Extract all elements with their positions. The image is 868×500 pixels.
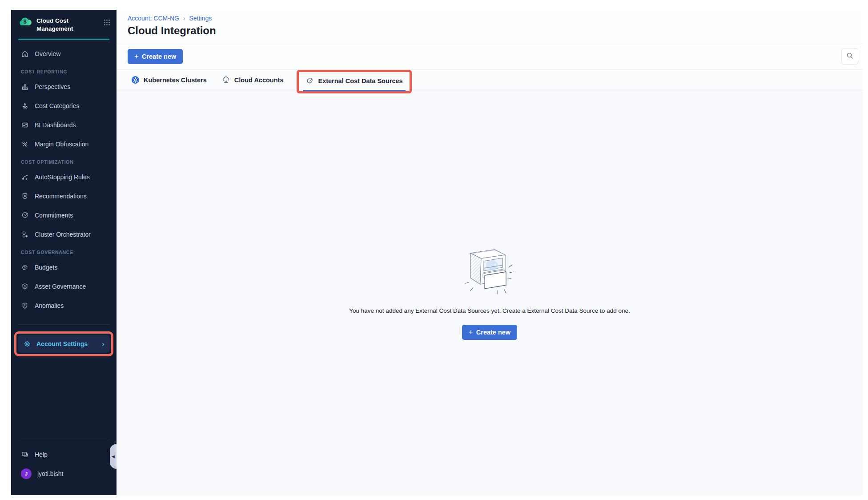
sidebar-collapse-handle[interactable]: ◀ (110, 444, 117, 469)
module-switcher-grid-icon[interactable] (104, 16, 110, 28)
page-header: Account: CCM-NG › Settings Cloud Integra… (117, 10, 863, 43)
search-icon (846, 52, 854, 61)
module-accent-divider (18, 39, 109, 40)
sidebar-item-budgets[interactable]: $ Budgets (16, 259, 111, 275)
dashboard-image-icon (21, 121, 29, 129)
shield-alert-icon (21, 302, 29, 310)
breadcrumb: Account: CCM-NG › Settings (128, 15, 852, 22)
sidebar-item-overview[interactable]: Overview (16, 46, 111, 62)
user-menu[interactable]: J jyoti.bisht (16, 466, 111, 482)
avatar: J (21, 468, 32, 479)
module-header: $ Cloud Cost Management (11, 10, 117, 32)
sidebar-item-label: BI Dashboards (35, 121, 76, 129)
tab-bar: Kubernetes Clusters Cloud Accounts (117, 70, 863, 90)
app-window: $ Cloud Cost Management (11, 10, 863, 495)
tab-kubernetes-clusters[interactable]: Kubernetes Clusters (129, 70, 209, 90)
main-content: Account: CCM-NG › Settings Cloud Integra… (117, 10, 863, 495)
tab-cloud-accounts[interactable]: Cloud Accounts (220, 70, 285, 90)
plus-icon: + (134, 52, 139, 60)
kubernetes-icon (131, 76, 140, 84)
sidebar: $ Cloud Cost Management (11, 10, 117, 495)
home-icon (21, 50, 29, 58)
sidebar-footer-divider (18, 441, 109, 441)
create-new-button[interactable]: + Create new (128, 49, 183, 64)
cluster-hexagons-icon (21, 230, 29, 238)
sidebar-item-label: Recommendations (35, 193, 87, 200)
create-new-label: Create new (142, 53, 176, 60)
chevron-right-icon: › (102, 340, 104, 348)
sidebar-item-cluster-orchestrator[interactable]: Cluster Orchestrator (16, 226, 111, 242)
shapes-icon (21, 102, 29, 110)
tab-label: External Cost Data Sources (318, 77, 402, 85)
sidebar-item-label: Margin Obfuscation (35, 141, 88, 148)
sidebar-divider (18, 324, 109, 325)
sidebar-item-label: Anomalies (35, 302, 64, 309)
search-button[interactable] (841, 48, 858, 65)
clock-icon (21, 211, 29, 219)
shield-dollar-icon: $ (21, 282, 29, 290)
user-name: jyoti.bisht (37, 470, 63, 477)
sidebar-item-cost-categories[interactable]: Cost Categories (16, 98, 111, 114)
recommendation-tag-icon (21, 192, 29, 200)
sidebar-item-commitments[interactable]: Commitments (16, 207, 111, 223)
sidebar-item-label: Overview (35, 50, 60, 57)
sidebar-item-bi-dashboards[interactable]: BI Dashboards (16, 117, 111, 133)
sidebar-item-label: Cluster Orchestrator (35, 231, 91, 238)
breadcrumb-settings-link[interactable]: Settings (189, 15, 212, 22)
module-title: Cloud Cost Management (36, 16, 73, 32)
svg-text:$: $ (24, 19, 27, 25)
svg-text:?: ? (24, 452, 25, 456)
percent-icon (21, 140, 29, 148)
svg-text:$: $ (24, 266, 26, 269)
section-cost-reporting: COST REPORTING (21, 69, 111, 74)
external-source-icon (305, 77, 314, 85)
annotation-box-account-settings: Account Settings › (14, 331, 113, 356)
plus-icon: + (469, 328, 473, 336)
sidebar-item-anomalies[interactable]: Anomalies (16, 298, 111, 314)
breadcrumb-account-link[interactable]: Account: CCM-NG (128, 15, 179, 22)
sidebar-item-label: Account Settings (36, 340, 88, 347)
sidebar-item-recommendations[interactable]: Recommendations (16, 188, 111, 204)
piggy-bank-icon: $ (21, 263, 29, 271)
cloud-icon (222, 76, 230, 84)
sidebar-item-label: Perspectives (35, 83, 70, 90)
sidebar-item-label: Asset Governance (35, 283, 86, 290)
annotation-box-external-tab: External Cost Data Sources (297, 70, 411, 93)
page-title: Cloud Integration (128, 24, 852, 37)
tab-label: Cloud Accounts (234, 77, 284, 84)
section-cost-optimization: COST OPTIMIZATION (21, 159, 111, 165)
sidebar-item-label: AutoStopping Rules (35, 173, 90, 181)
sidebar-item-autostopping-rules[interactable]: AutoStopping Rules (16, 169, 111, 185)
sidebar-footer: ? Help J jyoti.bisht (11, 441, 117, 495)
sidebar-nav: Overview COST REPORTING Perspectives (11, 41, 117, 317)
svg-text:$: $ (24, 285, 26, 288)
empty-drawer-illustration (460, 246, 519, 298)
empty-state-create-new-button[interactable]: + Create new (462, 325, 517, 340)
sidebar-item-margin-obfuscation[interactable]: Margin Obfuscation (16, 136, 111, 152)
section-cost-governance: COST GOVERNANCE (21, 250, 111, 255)
sidebar-item-help[interactable]: ? Help (16, 447, 111, 463)
gear-icon (23, 340, 31, 348)
tab-external-cost-data-sources[interactable]: External Cost Data Sources (303, 72, 405, 91)
sidebar-item-label: Cost Categories (35, 102, 79, 109)
sidebar-item-asset-governance[interactable]: $ Asset Governance (16, 278, 111, 294)
sidebar-item-label: Help (35, 451, 48, 458)
tab-label: Kubernetes Clusters (144, 77, 207, 84)
tab-panel-external-cost-data-sources: You have not added any External Cost Dat… (117, 90, 863, 495)
breadcrumb-separator-icon: › (183, 15, 185, 22)
sidebar-item-account-settings[interactable]: Account Settings › (18, 335, 110, 353)
bar-chart-icon (21, 83, 29, 91)
sidebar-item-label: Budgets (35, 264, 57, 271)
collapse-left-icon: ◀ (112, 454, 115, 459)
create-new-label: Create new (476, 329, 510, 336)
sidebar-item-perspectives[interactable]: Perspectives (16, 79, 111, 95)
toolbar: + Create new (117, 43, 863, 70)
sidebar-item-label: Commitments (35, 212, 73, 219)
ccm-cloud-logo-icon: $ (18, 16, 32, 27)
empty-state-message: You have not added any External Cost Dat… (349, 307, 630, 314)
autostopping-icon (21, 173, 29, 181)
help-chat-icon: ? (21, 451, 29, 459)
